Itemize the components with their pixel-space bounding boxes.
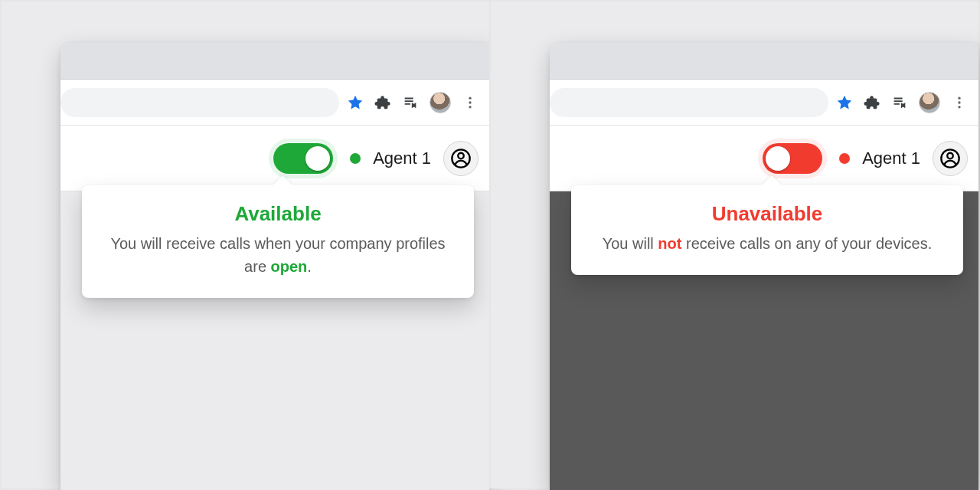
pane-available: Agent 1 Available You will receive calls… <box>2 2 489 488</box>
browser-profile-avatar[interactable] <box>919 92 940 113</box>
kebab-menu-icon[interactable] <box>951 94 968 111</box>
extensions-puzzle-icon[interactable] <box>864 94 880 111</box>
browser-toolbar <box>550 80 978 126</box>
popover-title: Available <box>103 202 452 226</box>
address-bar[interactable] <box>550 88 828 117</box>
account-button[interactable] <box>443 141 479 176</box>
reading-list-icon[interactable] <box>402 94 419 111</box>
browser-toolbar <box>60 80 489 126</box>
browser-window: Agent 1 Unavailable You will not receive… <box>550 43 978 490</box>
svg-point-7 <box>958 106 960 108</box>
pane-unavailable: Agent 1 Unavailable You will not receive… <box>489 2 978 488</box>
extensions-puzzle-icon[interactable] <box>374 94 391 111</box>
app-bar: Agent 1 <box>60 126 489 191</box>
status-indicator-dot <box>839 153 850 164</box>
app-bar: Agent 1 <box>550 126 978 191</box>
svg-point-1 <box>469 101 471 103</box>
popover-description: You will not receive calls on any of you… <box>593 232 942 255</box>
popover-description: You will receive calls when your company… <box>103 232 452 278</box>
agent-name: Agent 1 <box>862 149 920 168</box>
svg-point-9 <box>947 152 952 158</box>
reading-list-icon[interactable] <box>891 94 908 111</box>
browser-window: Agent 1 Available You will receive calls… <box>60 43 489 490</box>
browser-tabstrip <box>60 43 489 80</box>
bookmark-star-icon[interactable] <box>836 94 853 111</box>
status-indicator-dot <box>350 153 361 164</box>
agent-name: Agent 1 <box>373 149 431 168</box>
svg-point-6 <box>958 101 960 103</box>
availability-popover: Unavailable You will not receive calls o… <box>571 185 963 275</box>
address-bar[interactable] <box>60 88 339 117</box>
browser-tabstrip <box>550 43 978 80</box>
availability-toggle[interactable] <box>758 139 827 178</box>
popover-title: Unavailable <box>593 202 942 226</box>
availability-popover: Available You will receive calls when yo… <box>82 185 474 298</box>
svg-point-0 <box>469 96 471 99</box>
account-button[interactable] <box>933 141 968 176</box>
svg-point-5 <box>958 96 960 99</box>
svg-point-4 <box>458 152 463 158</box>
availability-toggle[interactable] <box>269 139 338 178</box>
browser-profile-avatar[interactable] <box>430 92 451 113</box>
bookmark-star-icon[interactable] <box>347 94 364 111</box>
kebab-menu-icon[interactable] <box>462 94 479 111</box>
svg-point-2 <box>469 106 471 108</box>
